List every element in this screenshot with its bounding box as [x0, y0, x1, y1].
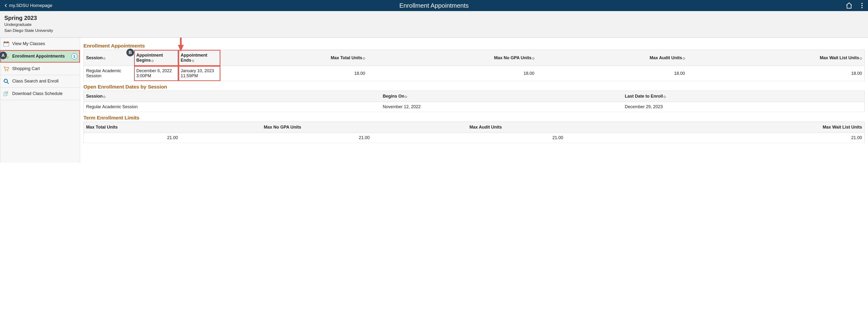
chevron-left-icon [4, 3, 8, 8]
svg-point-0 [862, 3, 863, 4]
search-icon [3, 78, 10, 84]
sort-icon: ◇ [191, 59, 194, 62]
svg-point-2 [862, 7, 863, 8]
more-icon[interactable] [859, 2, 866, 9]
cell-session: Regular Academic Session [84, 66, 134, 81]
cell-max-audit: 18.00 [537, 66, 687, 81]
back-label: my.SDSU Homepage [9, 3, 52, 8]
sort-icon: ◇ [532, 56, 534, 60]
col-max-audit[interactable]: Max Audit Units [467, 122, 649, 133]
table-row: 21.00 21.00 21.00 21.00 [84, 133, 865, 143]
sidebar-item-label: Class Search and Enroll [12, 79, 59, 84]
svg-point-1 [862, 5, 863, 6]
svg-line-15 [7, 82, 9, 84]
cell-appt-ends: January 10, 2023 11:59PM [178, 66, 220, 81]
home-icon[interactable] [845, 2, 852, 9]
notification-badge: 1 [71, 53, 78, 59]
col-max-nogpa[interactable]: Max No GPA Units◇ [368, 50, 537, 66]
sidebar-item-label: Shopping Cart [12, 66, 40, 71]
svg-point-14 [4, 79, 7, 83]
cell-max-wait: 21.00 [649, 133, 865, 143]
sidebar-item-label: View My Classes [12, 41, 45, 46]
sort-icon: ◇ [103, 95, 105, 98]
sidebar-item-label: Enrollment Appointments [12, 54, 65, 59]
calendar-icon [3, 41, 10, 47]
cell-last-date: December 29, 2023 [622, 102, 865, 112]
main-content: Enrollment Appointments B Session◇ Appoi… [80, 38, 868, 163]
col-appt-ends[interactable]: Appointment Ends◇ [178, 50, 220, 66]
cell-max-nogpa: 18.00 [368, 66, 537, 81]
col-max-total[interactable]: Max Total Units [84, 122, 261, 133]
career-label: Undergraduate [4, 22, 864, 28]
sort-icon: ◇ [663, 95, 666, 98]
institution-label: San Diego State University [4, 28, 864, 34]
col-max-wait[interactable]: Max Wait List Units [649, 122, 865, 133]
cell-max-total: 18.00 [220, 66, 368, 81]
sidebar-item-enrollment-appointments[interactable]: Enrollment Appointments 1 [0, 50, 80, 63]
context-band: Spring 2023 Undergraduate San Diego Stat… [0, 11, 868, 38]
sidebar: View My Classes Enrollment Appointments … [0, 38, 80, 163]
sort-icon: ◇ [859, 56, 862, 60]
col-max-wait[interactable]: Max Wait List Units◇ [687, 50, 865, 66]
sidebar-item-label: Download Class Schedule [12, 91, 63, 96]
sidebar-item-shopping-cart[interactable]: Shopping Cart [0, 63, 80, 75]
cell-max-nogpa: 21.00 [261, 133, 467, 143]
col-begins-on[interactable]: Begins On◇ [380, 91, 622, 102]
sort-icon: ◇ [682, 56, 685, 60]
col-appt-begins[interactable]: Appointment Begins◇ [134, 50, 178, 66]
col-max-audit[interactable]: Max Audit Units◇ [537, 50, 687, 66]
back-button[interactable]: my.SDSU Homepage [2, 3, 54, 8]
enrollment-appointments-table: Session◇ Appointment Begins◇ Appointment… [84, 50, 865, 81]
cell-begins-on: November 12, 2022 [380, 102, 622, 112]
cell-session: Regular Academic Session [84, 102, 380, 112]
col-max-total[interactable]: Max Total Units◇ [220, 50, 368, 66]
open-enrollment-table: Session◇ Begins On◇ Last Date to Enroll◇… [84, 91, 865, 112]
sort-icon: ◇ [404, 95, 407, 98]
col-last-date[interactable]: Last Date to Enroll◇ [622, 91, 865, 102]
sort-icon: ◇ [151, 59, 154, 62]
sidebar-item-class-search-and-enroll[interactable]: Class Search and Enroll [0, 75, 80, 88]
cell-max-audit: 21.00 [467, 133, 649, 143]
table-row: Regular Academic Session December 6, 202… [84, 66, 865, 81]
section-title-enrollment-appointments: Enrollment Appointments [84, 43, 865, 49]
section-title-term-limits: Term Enrollment Limits [84, 115, 865, 121]
top-bar: my.SDSU Homepage Enrollment Appointments [0, 0, 868, 11]
sort-icon: ◇ [103, 56, 105, 60]
cell-max-total: 21.00 [84, 133, 261, 143]
cell-appt-begins: December 6, 2022 3:00PM [134, 66, 178, 81]
shopping-cart-icon [3, 66, 10, 72]
sidebar-item-download-class-schedule[interactable]: Download Class Schedule [0, 88, 80, 100]
svg-point-13 [7, 70, 8, 71]
section-title-open-enrollment: Open Enrollment Dates by Session [84, 84, 865, 90]
col-max-nogpa[interactable]: Max No GPA Units [261, 122, 467, 133]
sidebar-item-view-my-classes[interactable]: View My Classes [0, 38, 80, 50]
sort-icon: ◇ [362, 56, 365, 60]
svg-point-12 [5, 70, 6, 71]
svg-rect-5 [4, 41, 5, 42]
cell-max-wait: 18.00 [687, 66, 865, 81]
svg-rect-6 [7, 41, 8, 42]
term-limits-table: Max Total Units Max No GPA Units Max Aud… [84, 122, 865, 143]
table-row: Regular Academic Session November 12, 20… [84, 102, 865, 112]
term-heading: Spring 2023 [4, 14, 864, 21]
page-title: Enrollment Appointments [399, 2, 468, 9]
col-session[interactable]: Session◇ [84, 91, 380, 102]
download-schedule-icon [3, 91, 10, 97]
